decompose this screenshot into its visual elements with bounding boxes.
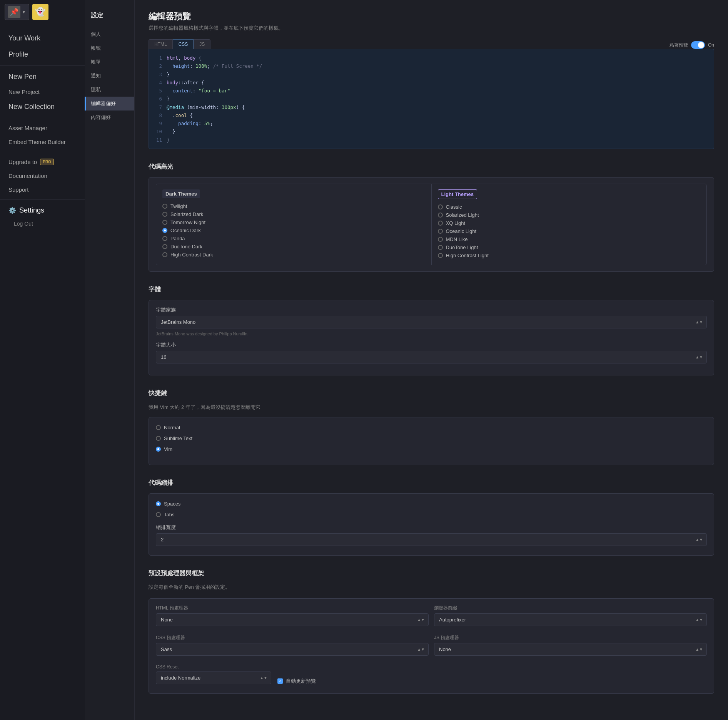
tab-js[interactable]: JS [194, 39, 210, 49]
browser-prefix-select[interactable]: Autoprefixer None [434, 613, 707, 626]
sidebar-item-documentation[interactable]: Documentation [0, 169, 85, 183]
code-line-11: 11 } [155, 136, 708, 144]
css-reset-label: CSS Reset [156, 664, 707, 670]
settings-nav-account[interactable]: 帳號 [85, 41, 134, 55]
theme-option-oceanic-light[interactable]: Oceanic Light [438, 227, 701, 235]
code-line-6: 6 } [155, 95, 708, 103]
preprocessors-panel: HTML 預處理器 None Haml Markdown Pug ▲▼ [149, 598, 714, 694]
settings-nav-personal[interactable]: 個人 [85, 27, 134, 41]
dark-themes-col: Dark Themes Twilight Solarized Dark Tomo… [156, 184, 432, 265]
auto-update-row: ✓ 自動更新預覽 [277, 678, 316, 685]
theme-option-high-contrast-dark[interactable]: High Contrast Dark [162, 251, 425, 259]
theme-option-tomorrow-night[interactable]: Tomorrow Night [162, 218, 425, 226]
html-preprocessor-select[interactable]: None Haml Markdown Pug [156, 613, 429, 626]
avatar-box: 📌 [8, 6, 20, 18]
divider-1 [0, 65, 85, 66]
html-preprocessor-label: HTML 預處理器 [156, 605, 429, 611]
sidebar-item-upgrade[interactable]: Upgrade to PRO [0, 155, 85, 169]
preprocessor-grid: HTML 預處理器 None Haml Markdown Pug ▲▼ [156, 605, 707, 659]
editor-tabs: HTML CSS JS [149, 39, 210, 49]
divider-2 [0, 118, 85, 118]
auto-update-checkbox[interactable]: ✓ [277, 678, 283, 684]
sidebar-nav: Your Work Profile New Pen New Project Ne… [0, 24, 85, 720]
theme-option-solarized-light[interactable]: Solarized Light [438, 211, 701, 219]
sidebar-item-new-pen[interactable]: New Pen [0, 69, 85, 85]
code-line-7: 7 @media (min-width: 300px) { [155, 103, 708, 111]
sidebar-item-profile[interactable]: Profile [0, 47, 85, 62]
font-title: 字體 [149, 286, 714, 294]
tab-html[interactable]: HTML [149, 39, 173, 49]
indent-width-select[interactable]: 2 1 4 8 [156, 533, 707, 546]
css-preprocessor-select[interactable]: Sass None LESS Stylus [156, 643, 429, 656]
editor-preview-title: 編輯器預覽 [149, 11, 714, 22]
js-preprocessor-select[interactable]: None Babel TypeScript [434, 643, 707, 656]
html-preprocessor-block: HTML 預處理器 None Haml Markdown Pug ▲▼ [156, 605, 429, 629]
js-preprocessor-wrapper: None Babel TypeScript ▲▼ [434, 643, 707, 656]
indent-option-spaces[interactable]: Spaces [156, 500, 707, 508]
radio-high-contrast-light [438, 253, 443, 258]
sidebar-item-asset-manager[interactable]: Asset Manager [0, 121, 85, 135]
font-size-select[interactable]: 16 12 14 18 [156, 351, 707, 363]
avatar-dropdown[interactable]: 📌 ▼ [5, 4, 29, 20]
settings-nav-editor-prefs[interactable]: 編輯器偏好 [85, 97, 134, 111]
font-family-select[interactable]: JetBrains Mono Fira Code Source Code Pro… [156, 316, 707, 328]
sticky-preview-control: 粘著預覽 On [670, 41, 714, 49]
divider-4 [0, 199, 85, 200]
keyboard-option-sublime[interactable]: Sublime Text [156, 434, 707, 442]
indent-option-tabs[interactable]: Tabs [156, 511, 707, 519]
sticky-preview-label: 粘著預覽 [670, 42, 688, 49]
font-size-block: 字體大小 16 12 14 18 ▲▼ [156, 342, 707, 363]
toggle-knob [698, 42, 704, 48]
theme-grid: Dark Themes Twilight Solarized Dark Tomo… [156, 184, 707, 265]
main-avatar[interactable]: 👻 [32, 4, 48, 20]
theme-option-solarized-dark[interactable]: Solarized Dark [162, 210, 425, 218]
gear-icon: ⚙️ [8, 207, 16, 214]
syntax-highlight-title: 代碼高光 [149, 163, 714, 171]
indentation-section: 代碼縮排 Spaces Tabs 縮排寬度 [149, 479, 714, 556]
radio-vim [156, 447, 161, 452]
css-preprocessor-block: CSS 預處理器 Sass None LESS Stylus ▲▼ [156, 635, 429, 659]
sticky-preview-toggle[interactable] [691, 41, 705, 49]
code-line-8: 8 .cool { [155, 111, 708, 119]
theme-option-mdn-like[interactable]: MDN Like [438, 235, 701, 243]
font-size-select-wrapper: 16 12 14 18 ▲▼ [156, 351, 707, 363]
keyboard-panel: Normal Sublime Text Vim [149, 417, 714, 465]
sidebar-item-logout[interactable]: Log Out [0, 218, 85, 229]
keyboard-option-normal[interactable]: Normal [156, 424, 707, 432]
preprocessors-title: 預設預處理器與框架 [149, 569, 714, 578]
sidebar-item-settings[interactable]: ⚙️ Settings [0, 203, 85, 218]
divider-3 [0, 152, 85, 152]
settings-nav-billing[interactable]: 帳單 [85, 55, 134, 69]
theme-option-classic[interactable]: Classic [438, 203, 701, 211]
theme-option-high-contrast-light[interactable]: High Contrast Light [438, 251, 701, 260]
sidebar-item-embed-theme-builder[interactable]: Embed Theme Builder [0, 135, 85, 149]
sidebar-item-new-project[interactable]: New Project [0, 85, 85, 99]
radio-spaces [156, 501, 161, 506]
radio-classic [438, 204, 443, 209]
font-family-block: 字體家族 JetBrains Mono Fira Code Source Cod… [156, 306, 707, 336]
theme-option-duotone-dark[interactable]: DuoTone Dark [162, 243, 425, 251]
settings-nav-privacy[interactable]: 隱私 [85, 83, 134, 97]
theme-option-duotone-light[interactable]: DuoTone Light [438, 243, 701, 251]
keyboard-section: 快捷鍵 我用 Vim 大約 2 年了，因為還沒搞清楚怎麼離開它 Normal S… [149, 389, 714, 465]
indent-width-select-wrapper: 2 1 4 8 ▲▼ [156, 533, 707, 546]
keyboard-option-vim[interactable]: Vim [156, 445, 707, 453]
sidebar-item-your-work[interactable]: Your Work [0, 30, 85, 46]
browser-prefix-label: 瀏覽器前綴 [434, 605, 707, 611]
tab-css[interactable]: CSS [173, 39, 194, 49]
theme-option-panda[interactable]: Panda [162, 234, 425, 243]
radio-mdn-like [438, 237, 443, 242]
keyboard-note: 我用 Vim 大約 2 年了，因為還沒搞清楚怎麼離開它 [149, 404, 714, 412]
font-size-label: 字體大小 [156, 342, 707, 348]
radio-normal [156, 425, 161, 430]
font-panel: 字體家族 JetBrains Mono Fira Code Source Cod… [149, 300, 714, 375]
css-reset-select[interactable]: include Normalize None Normalize Reset [156, 671, 271, 684]
css-preprocessor-label: CSS 預處理器 [156, 635, 429, 641]
settings-nav-notifications[interactable]: 通知 [85, 69, 134, 83]
sidebar-item-support[interactable]: Support [0, 183, 85, 196]
sidebar-item-new-collection[interactable]: New Collection [0, 99, 85, 115]
theme-option-twilight[interactable]: Twilight [162, 202, 425, 210]
settings-nav-content-prefs[interactable]: 內容偏好 [85, 111, 134, 124]
theme-option-xq-light[interactable]: XQ Light [438, 219, 701, 227]
theme-option-oceanic-dark[interactable]: Oceanic Dark [162, 226, 425, 234]
